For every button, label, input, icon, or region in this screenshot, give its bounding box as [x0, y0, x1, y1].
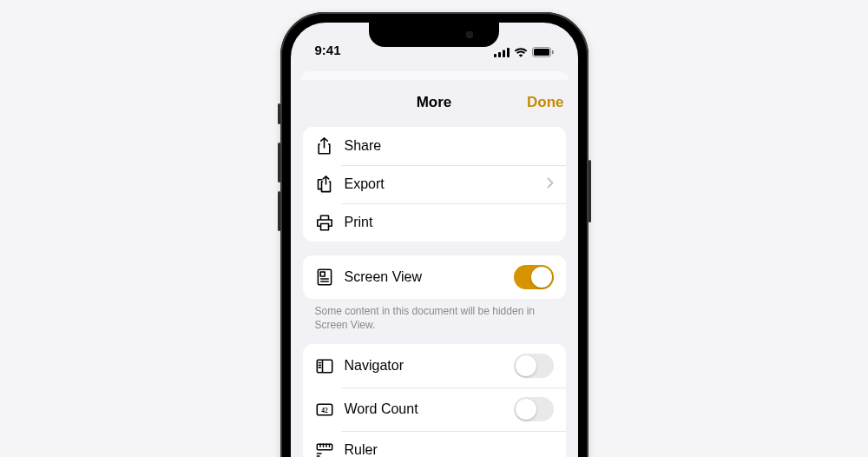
- svg-rect-2: [503, 50, 505, 57]
- svg-rect-5: [534, 49, 549, 56]
- sheet-title: More: [417, 94, 452, 111]
- cellular-icon: [494, 48, 510, 57]
- chevron-right-icon: [547, 176, 554, 192]
- navigator-label: Navigator: [345, 358, 514, 374]
- navigator-toggle[interactable]: [514, 354, 554, 378]
- ruler-row[interactable]: Ruler: [303, 431, 566, 457]
- section-view-options: Navigator 42 Word Count Ruler: [303, 344, 566, 457]
- power-button: [589, 160, 591, 222]
- word-count-row: 42 Word Count: [303, 387, 566, 431]
- navigator-icon: [315, 359, 334, 374]
- word-count-label: Word Count: [345, 401, 514, 417]
- export-icon: [315, 176, 334, 193]
- status-indicators: [494, 47, 554, 57]
- screen-view-toggle[interactable]: [514, 265, 554, 289]
- svg-text:42: 42: [321, 406, 328, 414]
- svg-rect-0: [494, 54, 496, 57]
- navigator-row: Navigator: [303, 344, 566, 387]
- svg-rect-1: [498, 52, 501, 57]
- export-label: Export: [345, 176, 547, 192]
- print-row[interactable]: Print: [303, 203, 566, 242]
- export-row[interactable]: Export: [303, 165, 566, 203]
- ruler-icon: [315, 443, 334, 457]
- status-time: 9:41: [315, 43, 341, 57]
- screen-view-label: Screen View: [345, 269, 514, 285]
- section-actions: Share Export Print: [303, 127, 566, 242]
- screen-view-icon: [315, 268, 334, 286]
- svg-rect-6: [552, 50, 554, 54]
- share-icon: [315, 137, 334, 155]
- svg-rect-8: [320, 272, 325, 276]
- notch: [369, 23, 499, 47]
- more-sheet: More Done Share Export: [291, 80, 578, 457]
- share-label: Share: [345, 138, 554, 154]
- battery-icon: [532, 47, 554, 57]
- section-screen-view: Screen View: [303, 255, 566, 299]
- print-label: Print: [345, 215, 554, 230]
- svg-rect-3: [507, 48, 510, 57]
- done-button[interactable]: Done: [527, 94, 564, 111]
- screen-view-row: Screen View: [303, 255, 566, 299]
- sheet-header: More Done: [291, 83, 578, 122]
- volume-up-button: [278, 142, 280, 182]
- phone-frame: 9:41 More Done Share: [280, 12, 589, 457]
- svg-rect-11: [317, 360, 332, 373]
- screen-view-footer: Some content in this document will be hi…: [291, 299, 578, 337]
- ruler-label: Ruler: [345, 442, 554, 457]
- screen: 9:41 More Done Share: [291, 23, 578, 457]
- wifi-icon: [514, 48, 528, 57]
- volume-down-button: [278, 191, 280, 231]
- word-count-toggle[interactable]: [514, 397, 554, 421]
- mute-switch: [278, 103, 280, 124]
- print-icon: [315, 215, 334, 231]
- share-row[interactable]: Share: [303, 127, 566, 165]
- word-count-icon: 42: [315, 403, 334, 416]
